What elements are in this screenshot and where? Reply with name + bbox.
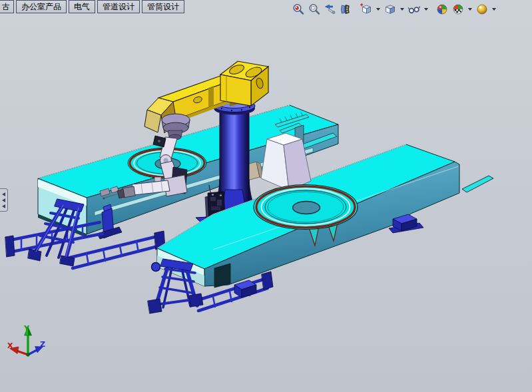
collapse-left-arrow-icon bbox=[2, 204, 5, 208]
display-style-dropdown[interactable] bbox=[400, 8, 404, 11]
view-settings-icon[interactable] bbox=[475, 2, 489, 17]
heads-up-view-toolbar bbox=[291, 1, 497, 17]
tab-electrical[interactable]: 电气 bbox=[69, 0, 95, 13]
tab-piping-design[interactable]: 管道设计 bbox=[97, 0, 140, 13]
command-manager-tabbar: 古 办公室产品 电气 管道设计 管筒设计 bbox=[0, 0, 184, 13]
view-orientation-icon[interactable] bbox=[359, 2, 374, 17]
collapse-left-arrow-icon bbox=[2, 198, 5, 202]
cad-application-window: { "window": { "type": "cad-graphics-area… bbox=[0, 0, 532, 392]
zoom-to-fit-icon[interactable] bbox=[291, 2, 306, 17]
view-orientation-dropdown[interactable] bbox=[376, 8, 380, 11]
tab-office-products[interactable]: 办公室产品 bbox=[16, 0, 67, 13]
section-view-icon[interactable] bbox=[339, 2, 354, 17]
edit-appearance-icon[interactable] bbox=[435, 2, 449, 17]
apply-scene-dropdown[interactable] bbox=[468, 8, 472, 11]
display-style-icon[interactable] bbox=[383, 2, 398, 17]
graphics-area[interactable]: X Y Z bbox=[0, 0, 532, 392]
hide-show-items-dropdown[interactable] bbox=[424, 8, 428, 11]
triad-y-label: Y bbox=[23, 324, 30, 333]
triad-z-label: Z bbox=[40, 340, 45, 349]
panel-splitter-handle[interactable] bbox=[0, 188, 8, 212]
view-settings-dropdown[interactable] bbox=[492, 8, 496, 11]
orientation-triad: X Y Z bbox=[7, 324, 45, 356]
right-rotary-ring[interactable] bbox=[254, 185, 358, 230]
previous-view-icon[interactable] bbox=[323, 2, 338, 17]
tab-tubing-design[interactable]: 管筒设计 bbox=[142, 0, 184, 13]
zoom-to-area-icon[interactable] bbox=[307, 2, 322, 17]
hide-show-items-icon[interactable] bbox=[407, 2, 421, 17]
collapse-left-arrow-icon bbox=[2, 192, 5, 196]
triad-x-label: X bbox=[7, 341, 13, 350]
box-support-mid[interactable] bbox=[234, 280, 256, 297]
apply-scene-icon[interactable] bbox=[451, 2, 465, 17]
tab-cutoff[interactable]: 古 bbox=[0, 0, 14, 13]
